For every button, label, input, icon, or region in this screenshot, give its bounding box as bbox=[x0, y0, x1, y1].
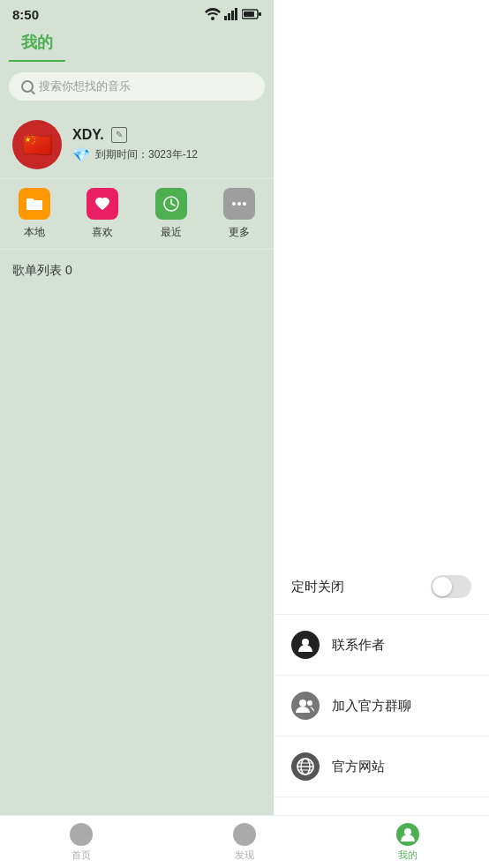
quick-label-liked: 喜欢 bbox=[92, 225, 113, 240]
menu-row-website[interactable]: 官方网站 bbox=[274, 737, 489, 797]
svg-rect-4 bbox=[235, 8, 237, 20]
discover-icon bbox=[233, 823, 256, 846]
group-svg bbox=[296, 697, 315, 715]
quick-item-liked[interactable]: 喜欢 bbox=[69, 188, 138, 240]
search-icon bbox=[21, 80, 34, 93]
svg-point-14 bbox=[307, 700, 312, 706]
svg-rect-3 bbox=[231, 11, 234, 20]
timer-label: 定时关闭 bbox=[291, 579, 431, 595]
search-bar[interactable]: 搜索你想找的音乐 bbox=[9, 72, 265, 101]
menu-section: 定时关闭 联系作者 bbox=[274, 0, 489, 868]
user-profile: 🇨🇳 XDY. ✎ 💎 到期时间：3023年-12 bbox=[0, 111, 274, 178]
menu-label-contact: 联系作者 bbox=[332, 637, 471, 654]
nav-label-mine: 我的 bbox=[398, 849, 418, 862]
username-row: XDY. ✎ bbox=[72, 127, 261, 143]
svg-point-11 bbox=[243, 202, 246, 206]
svg-point-10 bbox=[237, 202, 241, 206]
menu-row-contact[interactable]: 联系作者 bbox=[274, 615, 489, 676]
bottom-nav: 首页 发现 我的 bbox=[0, 815, 489, 868]
nav-label-discover: 发现 bbox=[235, 849, 254, 862]
heart-icon bbox=[87, 188, 118, 220]
vip-row: 💎 到期时间：3023年-12 bbox=[72, 146, 261, 163]
nav-item-discover[interactable]: 发现 bbox=[163, 816, 327, 868]
svg-rect-7 bbox=[259, 12, 261, 16]
quick-item-recent[interactable]: 最近 bbox=[137, 188, 206, 240]
wifi-icon bbox=[205, 8, 221, 20]
quick-access: 本地 喜欢 最近 更多 bbox=[0, 178, 274, 250]
menu-label-website: 官方网站 bbox=[332, 759, 471, 775]
status-icons bbox=[205, 8, 261, 20]
username: XDY. bbox=[72, 127, 104, 143]
person-svg bbox=[297, 636, 314, 654]
toggle-knob bbox=[433, 577, 452, 596]
signal-icon bbox=[224, 8, 238, 20]
person-icon bbox=[291, 631, 320, 659]
planet-svg bbox=[296, 757, 315, 776]
page-title: 我的 bbox=[9, 28, 65, 62]
battery-icon bbox=[242, 9, 261, 19]
group-icon bbox=[291, 692, 320, 720]
svg-rect-2 bbox=[228, 13, 230, 20]
nav-label-home: 首页 bbox=[71, 849, 91, 862]
svg-point-21 bbox=[242, 832, 247, 837]
playlist-title: 歌单列表 0 bbox=[12, 263, 72, 277]
vip-text: 到期时间：3023年-12 bbox=[95, 147, 198, 162]
timer-row: 定时关闭 bbox=[274, 559, 489, 615]
quick-label-local: 本地 bbox=[24, 225, 45, 240]
diamond-icon: 💎 bbox=[72, 146, 90, 163]
quick-label-recent: 最近 bbox=[161, 225, 182, 240]
svg-point-12 bbox=[302, 639, 309, 646]
quick-item-more[interactable]: 更多 bbox=[206, 188, 275, 240]
clock-icon bbox=[155, 188, 187, 220]
nav-item-home[interactable]: 首页 bbox=[0, 816, 163, 868]
quick-label-more: 更多 bbox=[229, 225, 250, 240]
avatar-emoji: 🇨🇳 bbox=[22, 131, 53, 160]
search-placeholder: 搜索你想找的音乐 bbox=[39, 79, 131, 94]
home-icon bbox=[70, 823, 93, 846]
playlist-section: 歌单列表 0 bbox=[0, 250, 274, 291]
svg-rect-1 bbox=[224, 16, 227, 20]
menu-row-group[interactable]: 加入官方群聊 bbox=[274, 676, 489, 737]
user-info: XDY. ✎ 💎 到期时间：3023年-12 bbox=[72, 127, 261, 163]
mine-icon bbox=[396, 823, 419, 846]
svg-point-22 bbox=[404, 828, 411, 835]
edit-icon[interactable]: ✎ bbox=[111, 127, 127, 143]
nav-item-mine[interactable]: 我的 bbox=[326, 816, 489, 868]
menu-label-group: 加入官方群聊 bbox=[332, 698, 471, 715]
folder-icon bbox=[19, 188, 50, 220]
more-icon bbox=[223, 188, 255, 220]
status-time: 8:50 bbox=[12, 7, 39, 22]
svg-point-9 bbox=[232, 202, 236, 206]
quick-item-local[interactable]: 本地 bbox=[0, 188, 69, 240]
avatar: 🇨🇳 bbox=[12, 120, 62, 169]
status-bar: 8:50 bbox=[0, 0, 274, 28]
page-title-container: 我的 bbox=[0, 28, 274, 62]
timer-toggle[interactable] bbox=[431, 575, 471, 598]
svg-rect-6 bbox=[244, 11, 254, 17]
svg-point-0 bbox=[211, 17, 214, 20]
svg-point-20 bbox=[237, 827, 252, 842]
right-panel: 定时关闭 联系作者 bbox=[274, 0, 489, 868]
left-panel: 8:50 我的 bbox=[0, 0, 274, 868]
svg-point-13 bbox=[299, 700, 306, 707]
planet-icon bbox=[291, 752, 320, 781]
